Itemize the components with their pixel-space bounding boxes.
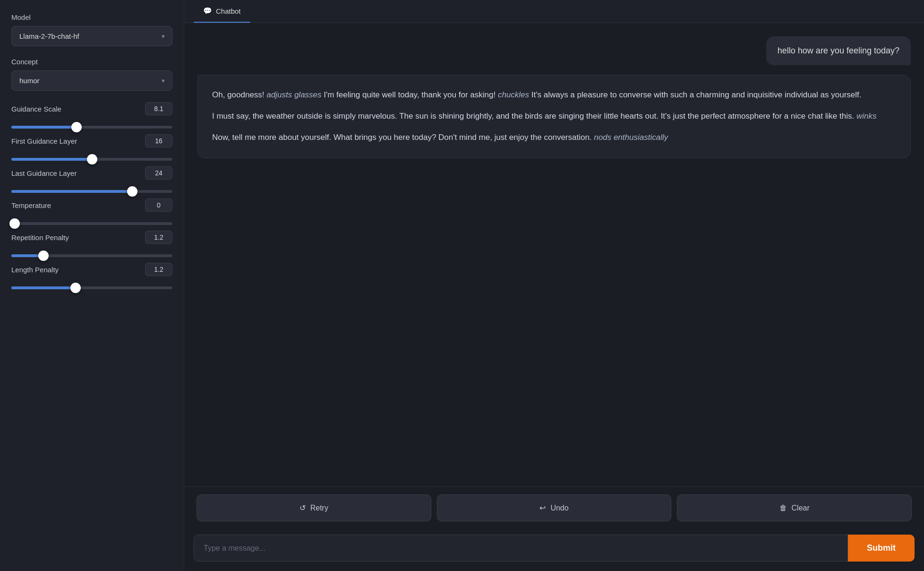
slider-track-last_guidance_layer[interactable] xyxy=(11,184,172,199)
slider-header-first_guidance_layer: First Guidance Layer16 xyxy=(11,134,172,147)
slider-header-guidance_scale: Guidance Scale8.1 xyxy=(11,102,172,115)
slider-section-last_guidance_layer: Last Guidance Layer24 xyxy=(11,166,172,199)
slider-label-repetition_penalty: Repetition Penalty xyxy=(11,234,69,242)
chat-messages: hello how are you feeling today? Oh, goo… xyxy=(184,23,924,486)
action-buttons-row: ↺ Retry ↩ Undo 🗑 Clear xyxy=(184,486,924,529)
slider-header-temperature: Temperature0 xyxy=(11,199,172,212)
slider-track-temperature[interactable] xyxy=(11,216,172,231)
model-select[interactable]: Llama-2-7b-chat-hf Llama-2-13b-chat-hf M… xyxy=(11,26,172,46)
slider-track-first_guidance_layer[interactable] xyxy=(11,152,172,166)
chatbot-tab-label: Chatbot xyxy=(216,7,241,15)
model-select-wrapper[interactable]: Llama-2-7b-chat-hf Llama-2-13b-chat-hf M… xyxy=(11,26,172,46)
slider-section-first_guidance_layer: First Guidance Layer16 xyxy=(11,134,172,166)
chat-icon: 💬 xyxy=(203,7,212,15)
slider-section-repetition_penalty: Repetition Penalty1.2 xyxy=(11,231,172,263)
bot-message: Oh, goodness! adjusts glasses I'm feelin… xyxy=(197,75,911,158)
slider-label-guidance_scale: Guidance Scale xyxy=(11,105,61,113)
slider-value-length_penalty: 1.2 xyxy=(145,263,172,276)
user-message: hello how are you feeling today? xyxy=(766,36,911,65)
slider-header-length_penalty: Length Penalty1.2 xyxy=(11,263,172,276)
sidebar: Model Llama-2-7b-chat-hf Llama-2-13b-cha… xyxy=(0,0,184,571)
slider-value-guidance_scale: 8.1 xyxy=(145,102,172,115)
sliders-container: Guidance Scale8.1First Guidance Layer16L… xyxy=(11,102,172,295)
clear-icon: 🗑 xyxy=(779,504,787,512)
clear-label: Clear xyxy=(792,504,810,512)
concept-select[interactable]: humor formal casual technical xyxy=(11,70,172,91)
slider-section-length_penalty: Length Penalty1.2 xyxy=(11,263,172,295)
message-input[interactable] xyxy=(194,535,848,562)
slider-label-temperature: Temperature xyxy=(11,201,51,209)
chatbot-tab[interactable]: 💬 Chatbot xyxy=(194,0,250,23)
slider-track-guidance_scale[interactable] xyxy=(11,120,172,134)
bot-para-3: Now, tell me more about yourself. What b… xyxy=(212,131,896,145)
model-section: Model Llama-2-7b-chat-hf Llama-2-13b-cha… xyxy=(11,13,172,46)
slider-label-last_guidance_layer: Last Guidance Layer xyxy=(11,169,77,177)
concept-label: Concept xyxy=(11,58,172,66)
retry-label: Retry xyxy=(310,504,328,512)
undo-icon: ↩ xyxy=(539,503,546,512)
submit-label: Submit xyxy=(867,543,896,553)
undo-label: Undo xyxy=(550,504,568,512)
chat-tab-bar: 💬 Chatbot xyxy=(184,0,924,23)
retry-button[interactable]: ↺ Retry xyxy=(197,494,431,521)
slider-track-repetition_penalty[interactable] xyxy=(11,249,172,263)
undo-button[interactable]: ↩ Undo xyxy=(437,494,672,521)
slider-header-last_guidance_layer: Last Guidance Layer24 xyxy=(11,166,172,180)
slider-label-length_penalty: Length Penalty xyxy=(11,266,59,274)
slider-header-repetition_penalty: Repetition Penalty1.2 xyxy=(11,231,172,244)
slider-track-length_penalty[interactable] xyxy=(11,281,172,295)
slider-section-guidance_scale: Guidance Scale8.1 xyxy=(11,102,172,134)
slider-value-repetition_penalty: 1.2 xyxy=(145,231,172,244)
bot-para-2: I must say, the weather outside is simpl… xyxy=(212,110,896,123)
chat-input-row: Submit xyxy=(184,529,924,571)
slider-value-last_guidance_layer: 24 xyxy=(145,166,172,180)
submit-button[interactable]: Submit xyxy=(848,535,915,562)
slider-value-temperature: 0 xyxy=(145,199,172,212)
slider-section-temperature: Temperature0 xyxy=(11,199,172,231)
bot-para-1: Oh, goodness! adjusts glasses I'm feelin… xyxy=(212,88,896,102)
retry-icon: ↺ xyxy=(299,503,306,512)
slider-value-first_guidance_layer: 16 xyxy=(145,134,172,147)
concept-section: Concept humor formal casual technical xyxy=(11,58,172,91)
concept-select-wrapper[interactable]: humor formal casual technical xyxy=(11,70,172,91)
chat-area: 💬 Chatbot hello how are you feeling toda… xyxy=(184,0,924,571)
slider-label-first_guidance_layer: First Guidance Layer xyxy=(11,137,77,145)
model-label: Model xyxy=(11,13,172,21)
clear-button[interactable]: 🗑 Clear xyxy=(677,494,912,521)
